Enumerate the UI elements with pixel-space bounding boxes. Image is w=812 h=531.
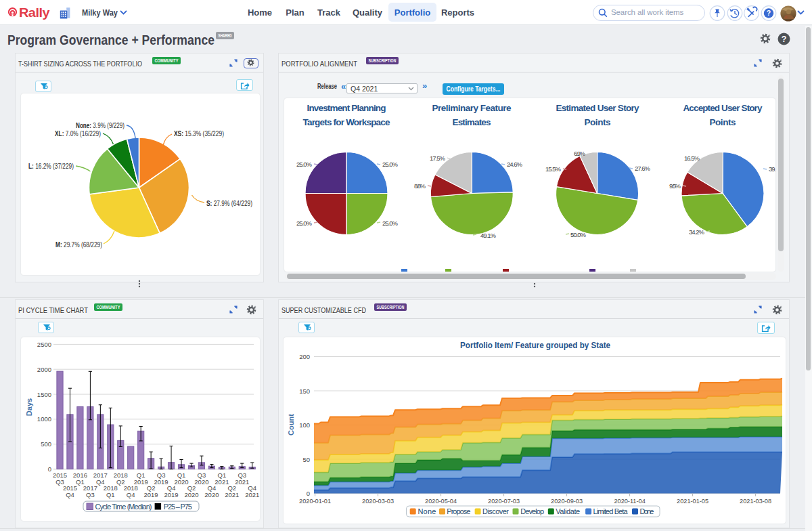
- svg-text:Estimates: Estimates: [453, 117, 491, 127]
- svg-text:100: 100: [299, 421, 310, 429]
- svg-text:?: ?: [782, 35, 787, 44]
- svg-text:L: 16.2% (37/229): L: 16.2% (37/229): [28, 163, 74, 170]
- svg-text:2021: 2021: [245, 491, 259, 498]
- svg-text:500: 500: [41, 440, 51, 448]
- svg-text:2020-03-03: 2020-03-03: [362, 498, 394, 505]
- svg-text:2020-07-03: 2020-07-03: [488, 498, 520, 505]
- svg-text:P25 – P75: P25 – P75: [164, 503, 192, 511]
- svg-text:S: 27.9% (64/229): S: 27.9% (64/229): [206, 200, 252, 207]
- svg-text:None: None: [418, 507, 436, 515]
- svg-text:SUBSCRIPTION: SUBSCRIPTION: [377, 305, 405, 310]
- svg-text:T-SHIRT SIZING ACROSS THE PORT: T-SHIRT SIZING ACROSS THE PORTFOLIO: [18, 60, 142, 68]
- svg-text:2020-01-01: 2020-01-01: [299, 498, 331, 505]
- svg-text:6.9%: 6.9%: [574, 150, 586, 157]
- svg-text:34.2%: 34.2%: [689, 228, 705, 236]
- svg-text:2020: 2020: [204, 491, 219, 498]
- svg-text:Preliminary Feature: Preliminary Feature: [432, 103, 512, 113]
- svg-text:Discover: Discover: [482, 507, 509, 515]
- svg-text:50.0%: 50.0%: [570, 231, 587, 238]
- svg-text:1500: 1500: [37, 391, 51, 398]
- svg-text:15.5%: 15.5%: [545, 165, 562, 173]
- svg-text:None: 3.9% (9/229): None: 3.9% (9/229): [76, 122, 125, 129]
- svg-text:?: ?: [767, 9, 771, 17]
- svg-text:COMMUNITY: COMMUNITY: [97, 305, 120, 310]
- svg-text:0: 0: [48, 465, 51, 473]
- svg-text:0: 0: [307, 490, 310, 497]
- svg-text:Done: Done: [639, 507, 654, 515]
- svg-text:24.6%: 24.6%: [507, 161, 523, 168]
- svg-text:1000: 1000: [37, 415, 51, 423]
- svg-text:2019: 2019: [154, 478, 168, 486]
- svg-text:9.5%: 9.5%: [669, 182, 681, 190]
- svg-text:2000: 2000: [37, 366, 51, 373]
- svg-text:25.0%: 25.0%: [296, 219, 313, 227]
- svg-text:Configure Targets...: Configure Targets...: [447, 85, 501, 93]
- svg-text:Rally: Rally: [19, 7, 50, 20]
- svg-text:25.0%: 25.0%: [296, 161, 313, 168]
- svg-text:PI CYCLE TIME CHART: PI CYCLE TIME CHART: [18, 306, 88, 314]
- svg-text:Milky Way: Milky Way: [82, 7, 118, 18]
- svg-text:2021: 2021: [215, 478, 229, 486]
- svg-text:2020: 2020: [174, 478, 188, 486]
- svg-text:25.0%: 25.0%: [382, 219, 399, 227]
- svg-text:2021-03-08: 2021-03-08: [740, 498, 771, 505]
- svg-text:Count: Count: [287, 414, 295, 436]
- svg-text:27.6%: 27.6%: [635, 165, 651, 172]
- svg-text:PORTFOLIO ALIGNMENT: PORTFOLIO ALIGNMENT: [281, 60, 357, 68]
- svg-text:49.1%: 49.1%: [480, 232, 497, 239]
- svg-text:Accepted User Story: Accepted User Story: [683, 103, 763, 113]
- svg-text:2021: 2021: [225, 491, 239, 498]
- svg-text:2021-01-05: 2021-01-05: [677, 498, 708, 505]
- svg-text:SUPER CUSTOMIZABLE CFD: SUPER CUSTOMIZABLE CFD: [281, 306, 366, 314]
- svg-text:XL: 7.0% (16/229): XL: 7.0% (16/229): [55, 130, 101, 137]
- svg-text:150: 150: [299, 387, 310, 395]
- svg-text:Develop: Develop: [520, 507, 544, 515]
- svg-text:Q4: Q4: [66, 491, 74, 498]
- svg-text:Cycle Time (Median): Cycle Time (Median): [95, 503, 152, 511]
- svg-text:2019: 2019: [144, 491, 158, 498]
- svg-text:SHARED: SHARED: [219, 33, 232, 38]
- svg-text:2019: 2019: [164, 491, 179, 498]
- svg-text:Q3: Q3: [86, 491, 95, 498]
- svg-text:Targets for Workspace: Targets for Workspace: [303, 117, 390, 127]
- svg-text:Days: Days: [25, 398, 33, 416]
- svg-text:Portfolio Item/ Feature groupe: Portfolio Item/ Feature grouped by State: [460, 340, 610, 350]
- svg-text:COMMUNITY: COMMUNITY: [155, 58, 179, 63]
- svg-text:39.9%: 39.9%: [769, 165, 775, 173]
- svg-text:2020: 2020: [184, 491, 198, 498]
- svg-text:8.8%: 8.8%: [414, 182, 426, 190]
- svg-text:16.5%: 16.5%: [684, 154, 700, 162]
- svg-text:Program Governance + Performan: Program Governance + Performance: [7, 32, 215, 47]
- svg-text:2500: 2500: [37, 341, 51, 348]
- svg-text:Estimated User Story: Estimated User Story: [556, 103, 639, 113]
- svg-text:2020-09-03: 2020-09-03: [551, 498, 583, 505]
- svg-text:200: 200: [299, 353, 310, 360]
- svg-text:2019: 2019: [134, 478, 148, 486]
- svg-text:M: 29.7% (68/229): M: 29.7% (68/229): [55, 241, 102, 249]
- svg-text:50: 50: [302, 456, 310, 463]
- svg-text:25.0%: 25.0%: [382, 161, 399, 168]
- svg-text:SUBSCRIPTION: SUBSCRIPTION: [369, 58, 397, 63]
- svg-text:Validate: Validate: [556, 507, 580, 515]
- svg-text:Q1: Q1: [106, 491, 115, 498]
- svg-text:2021: 2021: [235, 478, 249, 486]
- svg-text:Q4: Q4: [127, 491, 135, 498]
- svg-text:Investment Planning: Investment Planning: [307, 103, 386, 113]
- svg-text:2020-05-04: 2020-05-04: [425, 498, 457, 505]
- svg-text:Limited Beta: Limited Beta: [593, 507, 629, 515]
- svg-text:17.5%: 17.5%: [430, 154, 446, 162]
- svg-text:2020-11-04: 2020-11-04: [614, 498, 645, 505]
- svg-text:Release: Release: [317, 82, 337, 90]
- svg-text:Points: Points: [710, 117, 736, 127]
- svg-text:Propose: Propose: [447, 507, 470, 515]
- svg-text:2020: 2020: [194, 478, 208, 486]
- svg-text:Points: Points: [585, 117, 611, 127]
- svg-text:XS: 15.3% (35/229): XS: 15.3% (35/229): [174, 130, 224, 137]
